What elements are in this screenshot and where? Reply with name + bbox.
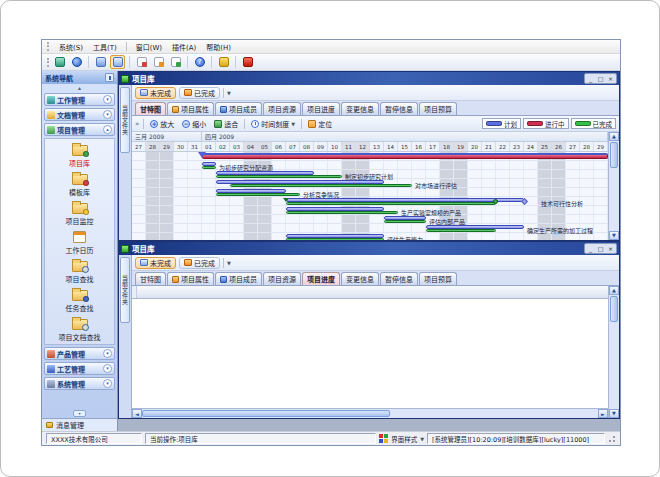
table-vertical-scrollbar[interactable]: ▲ ▼ bbox=[608, 286, 619, 418]
tab-1[interactable]: 项目属性 bbox=[167, 102, 214, 115]
window-titlebar[interactable]: 项目库 _□× bbox=[119, 242, 619, 255]
scroll-left-icon[interactable]: ◄ bbox=[132, 409, 142, 418]
tab-7[interactable]: 项目预算 bbox=[419, 102, 457, 115]
summary-bar[interactable] bbox=[202, 153, 608, 159]
window-titlebar[interactable]: 项目库 _□× bbox=[119, 72, 619, 85]
sidebar-item-4[interactable]: 项目查找 bbox=[45, 257, 114, 285]
sidebar-group-4[interactable]: 工艺管理▾ bbox=[44, 362, 115, 375]
tab-7[interactable]: 项目预算 bbox=[419, 272, 457, 285]
report-view-button[interactable] bbox=[168, 55, 183, 69]
sidebar-item-1[interactable]: 模板库 bbox=[45, 170, 114, 198]
tab-2[interactable]: 项目成员 bbox=[215, 272, 262, 285]
scrollbar-track[interactable] bbox=[390, 409, 598, 418]
gantt-vertical-scrollbar[interactable]: ▲ ▼ bbox=[608, 132, 619, 240]
actual-bar[interactable] bbox=[202, 166, 216, 169]
sidebar-group-5[interactable]: 系统管理▾ bbox=[44, 377, 115, 390]
folder-closed-button[interactable] bbox=[93, 55, 108, 69]
menu-item-3[interactable]: 插件(A) bbox=[171, 42, 197, 52]
chevron-down-icon[interactable]: ▼ bbox=[420, 436, 424, 442]
gantt-tool-0[interactable]: +放大 bbox=[148, 118, 176, 130]
minimize-button[interactable]: _ bbox=[586, 74, 595, 83]
current-folder-tab[interactable]: 当前文件夹 bbox=[120, 87, 130, 153]
chevron-down-icon[interactable]: ▾ bbox=[103, 349, 112, 358]
tab-6[interactable]: 暂停信息 bbox=[380, 102, 418, 115]
report-new-button[interactable] bbox=[134, 55, 149, 69]
menu-item-4[interactable]: 帮助(H) bbox=[205, 42, 232, 52]
menu-item-1[interactable]: 工具(T) bbox=[92, 42, 118, 52]
help-button[interactable]: ? bbox=[192, 55, 207, 69]
chevron-down-icon[interactable]: ▾ bbox=[103, 110, 112, 119]
menu-item-0[interactable]: 系统(S) bbox=[58, 42, 84, 52]
globe-button[interactable] bbox=[69, 55, 84, 69]
sidebar-item-2[interactable]: 项目监控 bbox=[45, 199, 114, 227]
scroll-right-icon[interactable]: ► bbox=[598, 409, 608, 418]
pin-icon[interactable] bbox=[105, 73, 114, 82]
scroll-down-icon[interactable]: ▼ bbox=[609, 231, 619, 240]
scroll-up-icon[interactable]: ▲ bbox=[609, 132, 619, 141]
scrollbar-track[interactable] bbox=[609, 323, 619, 409]
actual-bar[interactable] bbox=[286, 202, 496, 205]
filter-unfinished-button[interactable]: 未完成 bbox=[135, 257, 176, 269]
menu-item-2[interactable]: 窗口(W) bbox=[135, 42, 163, 52]
sidebar-collapse-chevron-icon[interactable]: ▴ bbox=[42, 84, 117, 92]
chevron-down-icon[interactable]: ▾ bbox=[103, 95, 112, 104]
tab-4[interactable]: 项目进度 bbox=[302, 102, 340, 115]
scrollbar-thumb[interactable] bbox=[610, 296, 618, 322]
scrollbar-thumb[interactable] bbox=[610, 142, 618, 168]
tab-3[interactable]: 项目资源 bbox=[263, 272, 301, 285]
filter-finished-button[interactable]: 已完成 bbox=[179, 257, 220, 269]
tab-6[interactable]: 暂停信息 bbox=[380, 272, 418, 285]
message-management-tab[interactable]: 消息管理 bbox=[42, 418, 117, 431]
tab-4[interactable]: 项目进度 bbox=[302, 272, 340, 285]
table-horizontal-scrollbar[interactable]: ◄ ► bbox=[132, 408, 608, 418]
monitor-button[interactable] bbox=[52, 55, 67, 69]
actual-bar[interactable] bbox=[286, 238, 384, 240]
tab-5[interactable]: 变更信息 bbox=[341, 272, 379, 285]
actual-bar[interactable] bbox=[384, 220, 426, 223]
tab-3[interactable]: 项目资源 bbox=[263, 102, 301, 115]
report-edit-button[interactable] bbox=[151, 55, 166, 69]
close-button[interactable]: × bbox=[606, 244, 615, 253]
sidebar-item-6[interactable]: 项目文档查找 bbox=[45, 315, 114, 343]
folder-open-button[interactable] bbox=[110, 55, 125, 69]
actual-bar[interactable] bbox=[216, 193, 300, 196]
tab-0[interactable]: 甘特图 bbox=[135, 102, 166, 115]
actual-bar[interactable] bbox=[426, 229, 496, 232]
scrollbar-track[interactable] bbox=[609, 169, 619, 231]
tab-5[interactable]: 变更信息 bbox=[341, 102, 379, 115]
chevron-down-icon[interactable]: ▾ bbox=[103, 364, 112, 373]
scrollbar-thumb[interactable] bbox=[142, 410, 390, 417]
resize-grip[interactable] bbox=[608, 435, 616, 443]
sidebar-item-3[interactable]: 工作日历 bbox=[45, 228, 114, 256]
current-folder-tab[interactable]: 当前文件夹 bbox=[120, 257, 130, 323]
lock-button[interactable] bbox=[216, 55, 231, 69]
actual-bar[interactable] bbox=[230, 184, 412, 187]
scroll-up-icon[interactable]: ▲ bbox=[609, 286, 619, 295]
gantt-tool-2[interactable]: 适合 bbox=[212, 118, 240, 130]
gantt-tool-3[interactable]: 时间刻度▼ bbox=[249, 118, 297, 130]
close-button[interactable]: × bbox=[606, 74, 615, 83]
sidebar-group-0[interactable]: 工作管理▾ bbox=[44, 93, 115, 106]
maximize-button[interactable]: □ bbox=[596, 74, 605, 83]
dropdown-chevron-icon[interactable]: ▼ bbox=[227, 90, 231, 96]
overflow-chevron-icon[interactable]: » bbox=[135, 120, 139, 128]
sidebar-group-3[interactable]: 产品管理▾ bbox=[44, 347, 115, 360]
sidebar-group-2[interactable]: 项目管理▴ bbox=[44, 123, 115, 136]
sidebar-item-5[interactable]: 任务查找 bbox=[45, 286, 114, 314]
filter-unfinished-button[interactable]: 未完成 bbox=[135, 87, 176, 99]
gantt-tool-4[interactable]: 定位 bbox=[306, 118, 334, 130]
exit-button[interactable] bbox=[240, 55, 255, 69]
actual-bar[interactable] bbox=[286, 211, 398, 214]
chevron-up-icon[interactable]: ▴ bbox=[103, 125, 112, 134]
chevron-down-icon[interactable]: ▾ bbox=[103, 379, 112, 388]
gantt-tool-1[interactable]: −缩小 bbox=[180, 118, 208, 130]
tab-0[interactable]: 甘特图 bbox=[135, 272, 166, 285]
maximize-button[interactable]: □ bbox=[596, 244, 605, 253]
scroll-down-icon[interactable]: ▼ bbox=[609, 409, 619, 418]
minimize-button[interactable]: _ bbox=[586, 244, 595, 253]
dropdown-chevron-icon[interactable]: ▼ bbox=[227, 260, 231, 266]
sidebar-group-1[interactable]: 文档管理▾ bbox=[44, 108, 115, 121]
actual-bar[interactable] bbox=[216, 175, 342, 178]
sidebar-item-0[interactable]: 项目库 bbox=[45, 141, 114, 169]
interface-style-label[interactable]: 界面样式 bbox=[391, 434, 417, 444]
